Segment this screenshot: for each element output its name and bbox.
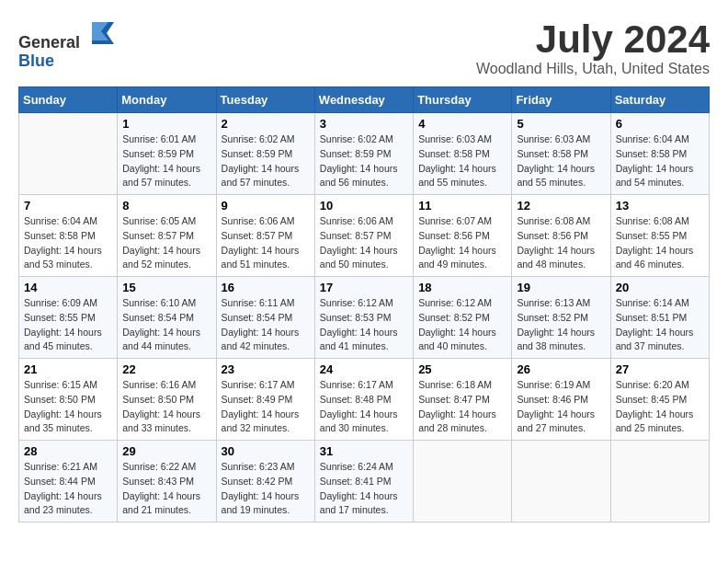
daylight-text: Daylight: 14 hours and 57 minutes. bbox=[122, 162, 210, 191]
day-number: 15 bbox=[122, 281, 210, 294]
day-info: Sunrise: 6:08 AMSunset: 8:56 PMDaylight:… bbox=[517, 214, 605, 272]
sunrise-text: Sunrise: 6:03 AM bbox=[418, 132, 506, 147]
sunrise-text: Sunrise: 6:18 AM bbox=[418, 378, 506, 393]
day-info: Sunrise: 6:03 AMSunset: 8:58 PMDaylight:… bbox=[418, 132, 506, 190]
sunset-text: Sunset: 8:41 PM bbox=[320, 475, 408, 489]
daylight-text: Daylight: 14 hours and 32 minutes. bbox=[222, 408, 310, 437]
day-number: 3 bbox=[320, 117, 408, 131]
sunrise-text: Sunrise: 6:21 AM bbox=[24, 460, 112, 475]
day-number: 10 bbox=[320, 199, 408, 213]
header-thursday: Thursday bbox=[414, 87, 512, 113]
sunrise-text: Sunrise: 6:19 AM bbox=[517, 378, 605, 393]
daylight-text: Daylight: 14 hours and 57 minutes. bbox=[222, 162, 310, 191]
sunset-text: Sunset: 8:53 PM bbox=[320, 311, 408, 326]
daylight-text: Daylight: 14 hours and 54 minutes. bbox=[616, 162, 704, 191]
sunset-text: Sunset: 8:57 PM bbox=[122, 229, 210, 244]
calendar-cell: 12Sunrise: 6:08 AMSunset: 8:56 PMDayligh… bbox=[512, 195, 610, 277]
day-info: Sunrise: 6:01 AMSunset: 8:59 PMDaylight:… bbox=[122, 132, 210, 190]
day-number: 31 bbox=[320, 444, 408, 458]
day-info: Sunrise: 6:06 AMSunset: 8:57 PMDaylight:… bbox=[222, 214, 310, 272]
day-info: Sunrise: 6:09 AMSunset: 8:55 PMDaylight:… bbox=[24, 296, 112, 354]
day-info: Sunrise: 6:04 AMSunset: 8:58 PMDaylight:… bbox=[24, 214, 112, 272]
sunrise-text: Sunrise: 6:01 AM bbox=[122, 132, 210, 147]
daylight-text: Daylight: 14 hours and 56 minutes. bbox=[320, 162, 408, 191]
sunset-text: Sunset: 8:47 PM bbox=[418, 393, 506, 408]
days-header-row: SundayMondayTuesdayWednesdayThursdayFrid… bbox=[19, 87, 710, 113]
sunset-text: Sunset: 8:49 PM bbox=[222, 393, 310, 408]
sunset-text: Sunset: 8:46 PM bbox=[517, 393, 605, 408]
daylight-text: Daylight: 14 hours and 53 minutes. bbox=[24, 244, 112, 273]
calendar-cell: 27Sunrise: 6:20 AMSunset: 8:45 PMDayligh… bbox=[610, 359, 709, 441]
daylight-text: Daylight: 14 hours and 35 minutes. bbox=[24, 408, 112, 437]
day-number: 6 bbox=[616, 117, 704, 131]
day-number: 16 bbox=[222, 281, 310, 294]
day-number: 5 bbox=[517, 117, 605, 131]
sunrise-text: Sunrise: 6:13 AM bbox=[517, 296, 605, 311]
logo-blue: Blue bbox=[18, 52, 54, 70]
day-info: Sunrise: 6:24 AMSunset: 8:41 PMDaylight:… bbox=[320, 460, 408, 518]
sunset-text: Sunset: 8:58 PM bbox=[418, 147, 506, 162]
daylight-text: Daylight: 14 hours and 37 minutes. bbox=[616, 326, 704, 355]
sunrise-text: Sunrise: 6:17 AM bbox=[222, 378, 310, 393]
day-number: 21 bbox=[24, 362, 112, 376]
sunrise-text: Sunrise: 6:11 AM bbox=[222, 296, 310, 311]
calendar-cell: 11Sunrise: 6:07 AMSunset: 8:56 PMDayligh… bbox=[414, 195, 512, 277]
day-info: Sunrise: 6:12 AMSunset: 8:52 PMDaylight:… bbox=[418, 296, 506, 354]
sunset-text: Sunset: 8:56 PM bbox=[418, 229, 506, 244]
day-number: 19 bbox=[517, 281, 605, 294]
calendar-cell: 14Sunrise: 6:09 AMSunset: 8:55 PMDayligh… bbox=[19, 277, 118, 359]
day-number: 9 bbox=[222, 199, 310, 213]
sunset-text: Sunset: 8:51 PM bbox=[616, 311, 704, 326]
day-info: Sunrise: 6:12 AMSunset: 8:53 PMDaylight:… bbox=[320, 296, 408, 354]
day-number: 26 bbox=[517, 362, 605, 376]
sunset-text: Sunset: 8:54 PM bbox=[122, 311, 210, 326]
sunset-text: Sunset: 8:58 PM bbox=[616, 147, 704, 162]
sunrise-text: Sunrise: 6:04 AM bbox=[616, 132, 704, 147]
calendar-cell: 31Sunrise: 6:24 AMSunset: 8:41 PMDayligh… bbox=[314, 441, 413, 523]
sunset-text: Sunset: 8:57 PM bbox=[222, 229, 310, 244]
day-number: 17 bbox=[320, 281, 408, 294]
daylight-text: Daylight: 14 hours and 41 minutes. bbox=[320, 326, 408, 355]
sunset-text: Sunset: 8:48 PM bbox=[320, 393, 408, 408]
daylight-text: Daylight: 14 hours and 19 minutes. bbox=[222, 489, 310, 519]
day-info: Sunrise: 6:15 AMSunset: 8:50 PMDaylight:… bbox=[24, 378, 112, 436]
calendar-cell: 22Sunrise: 6:16 AMSunset: 8:50 PMDayligh… bbox=[118, 359, 216, 441]
daylight-text: Daylight: 14 hours and 25 minutes. bbox=[616, 408, 704, 437]
calendar-cell bbox=[610, 441, 709, 523]
calendar-cell bbox=[512, 441, 610, 523]
sunset-text: Sunset: 8:43 PM bbox=[122, 475, 210, 489]
sunset-text: Sunset: 8:50 PM bbox=[24, 393, 112, 408]
sunrise-text: Sunrise: 6:09 AM bbox=[24, 296, 112, 311]
sunrise-text: Sunrise: 6:24 AM bbox=[320, 460, 408, 475]
calendar-cell: 7Sunrise: 6:04 AMSunset: 8:58 PMDaylight… bbox=[19, 195, 118, 277]
sunset-text: Sunset: 8:50 PM bbox=[122, 393, 210, 408]
daylight-text: Daylight: 14 hours and 27 minutes. bbox=[517, 408, 605, 437]
day-info: Sunrise: 6:03 AMSunset: 8:58 PMDaylight:… bbox=[517, 132, 605, 190]
daylight-text: Daylight: 14 hours and 44 minutes. bbox=[122, 326, 210, 355]
daylight-text: Daylight: 14 hours and 50 minutes. bbox=[320, 244, 408, 273]
day-info: Sunrise: 6:05 AMSunset: 8:57 PMDaylight:… bbox=[122, 214, 210, 272]
daylight-text: Daylight: 14 hours and 28 minutes. bbox=[418, 408, 506, 437]
daylight-text: Daylight: 14 hours and 51 minutes. bbox=[222, 244, 310, 273]
sunset-text: Sunset: 8:58 PM bbox=[24, 229, 112, 244]
day-number: 18 bbox=[418, 281, 506, 294]
day-number: 8 bbox=[122, 199, 210, 213]
daylight-text: Daylight: 14 hours and 42 minutes. bbox=[222, 326, 310, 355]
day-info: Sunrise: 6:16 AMSunset: 8:50 PMDaylight:… bbox=[122, 378, 210, 436]
calendar-cell bbox=[414, 441, 512, 523]
day-number: 23 bbox=[222, 362, 310, 376]
sunrise-text: Sunrise: 6:23 AM bbox=[222, 460, 310, 475]
sunset-text: Sunset: 8:44 PM bbox=[24, 475, 112, 489]
sunrise-text: Sunrise: 6:04 AM bbox=[24, 214, 112, 229]
calendar-cell: 17Sunrise: 6:12 AMSunset: 8:53 PMDayligh… bbox=[314, 277, 413, 359]
day-number: 28 bbox=[24, 444, 112, 458]
calendar-cell: 4Sunrise: 6:03 AMSunset: 8:58 PMDaylight… bbox=[414, 113, 512, 195]
sunset-text: Sunset: 8:52 PM bbox=[418, 311, 506, 326]
calendar-cell: 6Sunrise: 6:04 AMSunset: 8:58 PMDaylight… bbox=[610, 113, 709, 195]
day-number: 29 bbox=[122, 444, 210, 458]
calendar-table: SundayMondayTuesdayWednesdayThursdayFrid… bbox=[18, 86, 710, 523]
calendar-week-5: 28Sunrise: 6:21 AMSunset: 8:44 PMDayligh… bbox=[19, 441, 710, 523]
sunset-text: Sunset: 8:54 PM bbox=[222, 311, 310, 326]
calendar-cell: 9Sunrise: 6:06 AMSunset: 8:57 PMDaylight… bbox=[216, 195, 314, 277]
day-info: Sunrise: 6:17 AMSunset: 8:48 PMDaylight:… bbox=[320, 378, 408, 436]
